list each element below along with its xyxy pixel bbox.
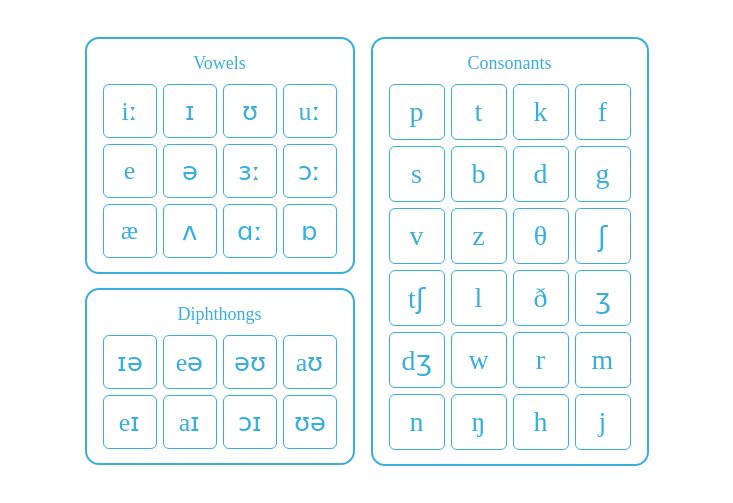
vowel-cell: e <box>103 144 157 198</box>
vowels-grid: iːɪʊuːeəɜːɔːæʌɑːɒ <box>103 84 337 258</box>
consonant-cell: g <box>575 146 631 202</box>
consonant-cell: h <box>513 394 569 450</box>
consonant-cell: v <box>389 208 445 264</box>
left-column: Vowels iːɪʊuːeəɜːɔːæʌɑːɒ Diphthongs ɪəeə… <box>85 37 355 466</box>
diphthong-cell: ɔɪ <box>223 395 277 449</box>
vowel-cell: uː <box>283 84 337 138</box>
vowel-cell: iː <box>103 84 157 138</box>
consonant-cell: dʒ <box>389 332 445 388</box>
vowel-cell: ɒ <box>283 204 337 258</box>
vowels-title: Vowels <box>103 53 337 74</box>
vowel-cell: ɑː <box>223 204 277 258</box>
consonant-cell: n <box>389 394 445 450</box>
consonant-cell: t <box>451 84 507 140</box>
consonant-cell: b <box>451 146 507 202</box>
consonant-cell: m <box>575 332 631 388</box>
vowels-card: Vowels iːɪʊuːeəɜːɔːæʌɑːɒ <box>85 37 355 274</box>
main-container: Vowels iːɪʊuːeəɜːɔːæʌɑːɒ Diphthongs ɪəeə… <box>65 17 669 486</box>
consonant-cell: tʃ <box>389 270 445 326</box>
diphthong-cell: əʊ <box>223 335 277 389</box>
diphthong-cell: aɪ <box>163 395 217 449</box>
consonant-cell: ð <box>513 270 569 326</box>
consonant-cell: ʃ <box>575 208 631 264</box>
consonant-cell: θ <box>513 208 569 264</box>
diphthong-cell: eɪ <box>103 395 157 449</box>
consonants-card: Consonants ptkfsbdgvzθʃtʃlðʒdʒwrmnŋhj <box>371 37 649 466</box>
consonant-cell: j <box>575 394 631 450</box>
consonant-cell: d <box>513 146 569 202</box>
diphthong-cell: ɪə <box>103 335 157 389</box>
vowel-cell: ə <box>163 144 217 198</box>
diphthongs-card: Diphthongs ɪəeəəʊaʊeɪaɪɔɪʊə <box>85 288 355 465</box>
diphthongs-title: Diphthongs <box>103 304 337 325</box>
consonant-cell: k <box>513 84 569 140</box>
consonants-title: Consonants <box>389 53 631 74</box>
diphthong-cell: aʊ <box>283 335 337 389</box>
diphthong-cell: ʊə <box>283 395 337 449</box>
consonant-cell: z <box>451 208 507 264</box>
vowel-cell: ɔː <box>283 144 337 198</box>
consonant-cell: ŋ <box>451 394 507 450</box>
vowel-cell: ɪ <box>163 84 217 138</box>
consonant-cell: p <box>389 84 445 140</box>
vowel-cell: æ <box>103 204 157 258</box>
diphthongs-grid: ɪəeəəʊaʊeɪaɪɔɪʊə <box>103 335 337 449</box>
diphthong-cell: eə <box>163 335 217 389</box>
consonant-cell: l <box>451 270 507 326</box>
consonant-cell: w <box>451 332 507 388</box>
vowel-cell: ʊ <box>223 84 277 138</box>
vowel-cell: ɜː <box>223 144 277 198</box>
consonant-cell: f <box>575 84 631 140</box>
vowel-cell: ʌ <box>163 204 217 258</box>
consonants-grid: ptkfsbdgvzθʃtʃlðʒdʒwrmnŋhj <box>389 84 631 450</box>
consonant-cell: s <box>389 146 445 202</box>
consonant-cell: ʒ <box>575 270 631 326</box>
consonant-cell: r <box>513 332 569 388</box>
